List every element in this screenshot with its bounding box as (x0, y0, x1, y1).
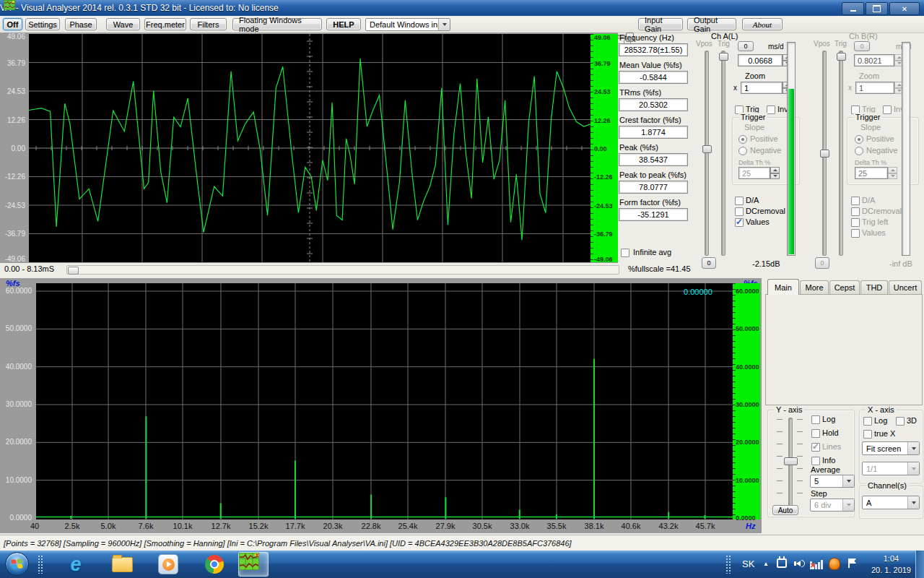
spectrum-x-tick-label: 7.6k (131, 522, 160, 530)
ratio-select[interactable]: 1/1 (862, 462, 920, 475)
tab-uncert[interactable]: Uncert (889, 280, 922, 294)
antivirus-icon[interactable] (829, 558, 840, 572)
volume-icon[interactable] (794, 560, 805, 567)
language-indicator[interactable]: SK (742, 558, 754, 569)
taskbar-visual-analyser[interactable] (238, 552, 269, 577)
channel-b-values-checkbox[interactable] (851, 229, 860, 238)
channel-b-inv-checkbox[interactable] (883, 105, 892, 114)
scope-scrollbar-thumb[interactable] (68, 267, 79, 275)
channel-b-slope-positive-radio[interactable] (855, 135, 863, 144)
channel-a-dcremoval-checkbox[interactable] (735, 207, 744, 216)
infinite-avg-checkbox[interactable] (621, 249, 629, 257)
channel-a-zero-top-button[interactable]: 0 (738, 41, 754, 51)
phase-button[interactable]: Phase (65, 18, 97, 30)
channel-a-zoom-field[interactable]: 1 (741, 82, 783, 94)
channel-b-slope-negative-radio[interactable] (855, 147, 863, 155)
taskbar-windows-explorer[interactable] (107, 552, 137, 577)
y-scale-slider[interactable] (788, 418, 793, 507)
scope-scrollbar[interactable] (66, 265, 619, 275)
spectrum-x-tick-label: 38.1k (580, 522, 609, 530)
freq-meter-button[interactable]: Freq.meter (144, 18, 186, 30)
channel-b-delta-field[interactable]: 25 (855, 167, 888, 179)
channel-a-vpos-thumb[interactable] (702, 145, 712, 153)
taskbar-internet-explorer[interactable]: e (61, 552, 91, 577)
taskbar-media-player[interactable] (153, 552, 183, 577)
spectrum-y-tick-label: 50.0000 (0, 324, 32, 332)
wave-button[interactable]: Wave (106, 18, 140, 30)
tab-main[interactable]: Main (767, 279, 799, 295)
y-log-checkbox[interactable] (811, 415, 820, 424)
channel-b-zero-top-button[interactable]: 0 (854, 41, 870, 51)
channel-b-zoom-field[interactable]: 1 (855, 82, 894, 94)
channel-b-dcremoval-checkbox[interactable] (851, 207, 860, 216)
step-select[interactable]: 6 div (810, 499, 855, 512)
y-scale-slider-thumb[interactable] (784, 457, 798, 465)
tab-more[interactable]: More (800, 280, 829, 294)
channel-b-d-a-checkbox[interactable] (851, 197, 860, 205)
channel-a-zero-bottom-button[interactable]: 0 (702, 257, 716, 269)
y-lines-checkbox[interactable] (811, 443, 820, 452)
chevron-down-icon (907, 496, 919, 509)
window-title: VA -- Visual Analyser 2014 rel. 0.3.1 ST… (0, 3, 279, 13)
power-plug-icon[interactable] (777, 558, 787, 570)
channel-a-trig-thumb[interactable] (719, 53, 728, 61)
step-label: Step (811, 489, 827, 498)
floating-windows-button[interactable]: Floating Windows mode (232, 18, 322, 30)
channel-b-msd-field[interactable]: 0.8021 (854, 54, 894, 66)
off-button[interactable]: Off (3, 18, 22, 30)
channel-a-slope-positive-radio[interactable] (738, 135, 747, 144)
channel-a-trig-slider[interactable] (721, 51, 725, 256)
action-center-flag-icon[interactable] (848, 558, 857, 569)
spectrum-x-tick-label: 2.5k (58, 522, 87, 530)
channel-a-d-a-checkbox[interactable] (735, 197, 744, 205)
tray-clock[interactable]: 1:04 20. 1. 2019 (871, 553, 911, 576)
channel-select[interactable]: A (862, 496, 920, 509)
minimize-button[interactable] (842, 2, 864, 15)
channel-b-vpos-slider[interactable] (822, 51, 827, 256)
input-device-select[interactable]: Default Windows inp (365, 18, 450, 31)
x-log-checkbox[interactable] (863, 417, 872, 426)
average-select[interactable]: 5 (810, 475, 855, 488)
filters-button[interactable]: Filters (190, 18, 227, 30)
y-option-label: Lines (822, 442, 841, 451)
channel-a-vpos-slider[interactable] (705, 51, 709, 256)
about-button[interactable]: About (742, 18, 783, 30)
toolbar: Off Settings Phase Wave Freq.meter Filte… (0, 16, 924, 33)
channel-a-slope-label: Slope (744, 123, 764, 131)
network-icon[interactable]: ✕ (812, 559, 824, 569)
input-gain-button[interactable]: Input Gain (638, 18, 683, 30)
show-desktop-button[interactable] (915, 551, 924, 578)
output-gain-button[interactable]: Output Gain (687, 18, 736, 30)
folder-icon (112, 557, 133, 572)
y-info-checkbox[interactable] (811, 457, 820, 465)
channel-b-zero-bottom-button[interactable]: 0 (815, 257, 829, 269)
tab-thd[interactable]: THD (860, 280, 888, 294)
channel-b-db-readout: -inf dB (889, 259, 912, 268)
auto-button[interactable]: Auto (772, 505, 798, 515)
hidden-icons-arrow[interactable]: ▲ (763, 561, 769, 567)
start-button[interactable] (5, 552, 29, 576)
settings-button[interactable]: Settings (25, 18, 60, 30)
channel-a-delta-field[interactable]: 25 (738, 167, 770, 179)
close-button[interactable]: ✕ (889, 2, 920, 15)
spectrum-bar-tick-label: 30.0000 (736, 401, 759, 408)
channel-a-delta-spinner[interactable] (770, 167, 780, 179)
channel-b-trig-thumb[interactable] (837, 53, 846, 61)
maximize-button[interactable] (866, 2, 888, 15)
channel-b-vpos-thumb[interactable] (820, 150, 829, 158)
fit-screen-select[interactable]: Fit screen (862, 441, 920, 455)
channel-b-trig-left-checkbox[interactable] (851, 218, 860, 227)
channel-a-msd-field[interactable]: 0.0668 (738, 54, 783, 66)
y-hold-checkbox[interactable] (811, 429, 820, 438)
x-truex-checkbox[interactable] (863, 430, 872, 439)
channel-a-values-checkbox[interactable] (735, 218, 744, 227)
channel-b-delta-spinner[interactable] (888, 167, 897, 179)
x-3d-checkbox[interactable] (896, 417, 905, 426)
help-button[interactable]: HELP (326, 18, 361, 30)
channel-a-inv-checkbox[interactable] (767, 105, 775, 114)
tab-cepst[interactable]: Cepst (829, 280, 860, 294)
taskbar-chrome[interactable] (199, 552, 230, 577)
channel-b-negative-label: Negative (866, 146, 897, 155)
channel-a-slope-negative-radio[interactable] (738, 147, 747, 155)
channel-b-trig-slider[interactable] (839, 51, 843, 256)
